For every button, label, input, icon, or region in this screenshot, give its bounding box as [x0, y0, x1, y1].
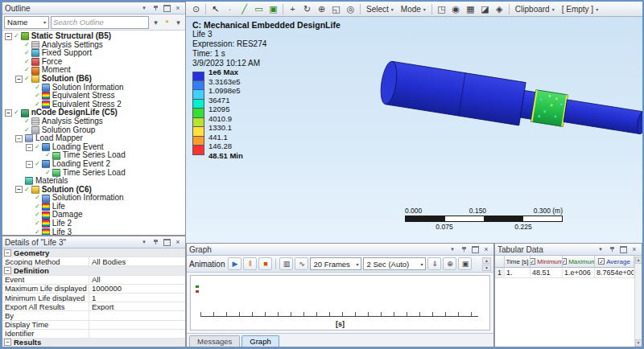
- details-value[interactable]: All Bodies: [89, 257, 185, 265]
- menu-icon[interactable]: [139, 238, 149, 247]
- search-options-icon[interactable]: ▾: [151, 16, 161, 29]
- rotate-icon[interactable]: ↻: [300, 2, 314, 15]
- column-header-minimum[interactable]: ✓Minimum: [530, 256, 563, 267]
- select-dropdown[interactable]: Select▾: [363, 2, 397, 15]
- details-value[interactable]: All: [89, 276, 185, 284]
- play-icon[interactable]: ▶: [228, 257, 242, 270]
- details-value[interactable]: [89, 311, 185, 319]
- close-icon[interactable]: [481, 245, 491, 254]
- filter-flower-icon[interactable]: *: [162, 16, 172, 29]
- checkbox-maximum[interactable]: ✓: [563, 258, 567, 265]
- time-column-header[interactable]: Time [s]: [505, 256, 530, 267]
- pause-icon[interactable]: ‖: [243, 257, 257, 270]
- close-icon[interactable]: [173, 4, 183, 13]
- export-video-icon[interactable]: ⇓: [427, 257, 441, 270]
- details-value[interactable]: 1000000: [89, 285, 185, 293]
- details-section-geometry[interactable]: −Geometry: [2, 248, 185, 257]
- name-filter-select[interactable]: Name ▾: [4, 16, 49, 29]
- zoom-in-icon[interactable]: ⊕: [315, 2, 328, 15]
- details-value[interactable]: Export: [89, 302, 185, 310]
- value-cell[interactable]: 8.7654e+005: [595, 268, 634, 277]
- fit-view-icon[interactable]: ◎: [344, 2, 357, 15]
- checkbox-average[interactable]: ✓: [598, 258, 605, 265]
- pan-icon[interactable]: +: [286, 2, 299, 15]
- probe-zoom-icon[interactable]: ⊙: [189, 2, 203, 15]
- menu-icon[interactable]: [448, 245, 457, 254]
- collapse-icon[interactable]: −: [4, 339, 11, 346]
- look-at-icon[interactable]: ◉: [449, 2, 463, 15]
- collapse-icon[interactable]: −: [5, 33, 12, 40]
- collapse-icon[interactable]: −: [15, 186, 23, 193]
- time-cell[interactable]: 1.: [505, 268, 530, 277]
- column-header-maximum[interactable]: ✓Maximum: [563, 256, 595, 267]
- body-select-icon[interactable]: ▣: [266, 2, 280, 15]
- value-cell[interactable]: 1.e+006: [563, 268, 595, 277]
- result-sets-icon[interactable]: ∿: [295, 257, 308, 270]
- viewport-3d[interactable]: C: Mechanical Embedded DesignLifeLife 3E…: [186, 17, 642, 243]
- tree-item-damage[interactable]: ✓Damage: [2, 211, 185, 220]
- details-section-results[interactable]: −Results: [2, 339, 185, 347]
- float-icon[interactable]: [618, 245, 628, 254]
- details-value[interactable]: [89, 330, 185, 338]
- menu-icon[interactable]: [596, 245, 605, 254]
- iso-view-icon[interactable]: ◳: [435, 2, 448, 15]
- pin-icon[interactable]: [459, 245, 469, 254]
- tree-item-life-3[interactable]: ✓Life 3: [2, 228, 185, 235]
- section-plane-icon[interactable]: ◪: [478, 2, 492, 15]
- menu-icon[interactable]: [139, 4, 149, 13]
- tree-item-solution-group[interactable]: ✓Solution Group: [2, 126, 185, 135]
- snapshot-icon[interactable]: ▣: [458, 257, 472, 270]
- tree-item-analysis-settings[interactable]: ✓Analysis Settings: [2, 41, 185, 50]
- clipboard-dropdown[interactable]: Clipboard▾: [512, 2, 558, 15]
- vertex-select-icon[interactable]: ∙: [223, 2, 237, 15]
- tree-item-life[interactable]: ✓Life: [2, 203, 185, 211]
- zoom-graph-icon[interactable]: ⊕: [443, 257, 456, 270]
- outline-search-input[interactable]: [53, 18, 147, 27]
- float-icon[interactable]: [162, 4, 171, 13]
- stop-icon[interactable]: ■: [258, 257, 272, 270]
- details-section-definition[interactable]: −Definition: [2, 266, 185, 275]
- tree-item-solution-b6[interactable]: −✓Solution (B6): [2, 75, 185, 84]
- face-select-icon[interactable]: ▭: [252, 2, 266, 15]
- wireframe-icon[interactable]: ▦: [464, 2, 477, 15]
- value-cell[interactable]: 48.51: [530, 268, 563, 277]
- tree-item-loading-event-2[interactable]: −✓Loading Event 2: [2, 160, 185, 169]
- filter-options-icon[interactable]: ▾: [173, 16, 184, 29]
- frames-select[interactable]: 20 Frames ▾: [310, 257, 361, 270]
- float-icon[interactable]: [162, 238, 171, 247]
- checkbox-minimum[interactable]: ✓: [530, 258, 535, 265]
- tab-graph[interactable]: Graph: [242, 335, 279, 347]
- scroll-up-icon[interactable]: ▲: [482, 257, 491, 264]
- tab-messages[interactable]: Messages: [189, 335, 240, 347]
- pin-icon[interactable]: [607, 245, 617, 254]
- collapse-icon[interactable]: −: [5, 109, 12, 117]
- scroll-down-icon[interactable]: ▼: [635, 339, 642, 347]
- tree-item-life-2[interactable]: ✓Life 2: [2, 220, 185, 228]
- graph-chart[interactable]: [s]: [190, 275, 490, 331]
- tree-item-solution-information[interactable]: ✓Solution Information: [2, 194, 185, 203]
- tree-item-analysis-settings[interactable]: ✓Analysis Settings: [2, 117, 185, 126]
- scroll-up-icon[interactable]: ▲: [635, 257, 642, 264]
- tree-item-fixed-support[interactable]: ✓Fixed Support: [2, 49, 185, 58]
- details-value[interactable]: [89, 321, 185, 329]
- collapse-icon[interactable]: −: [15, 135, 23, 142]
- scroll-down-icon[interactable]: ▼: [482, 265, 491, 271]
- collapse-icon[interactable]: −: [26, 161, 33, 168]
- collapse-icon[interactable]: −: [26, 144, 33, 151]
- tree-item-materials[interactable]: Materials: [2, 177, 185, 186]
- details-value[interactable]: 1: [89, 294, 185, 302]
- collapse-icon[interactable]: −: [4, 249, 11, 257]
- coordinate-system-icon[interactable]: ◈: [493, 2, 506, 15]
- tree-item-moment[interactable]: ✓Moment: [2, 66, 185, 75]
- collapse-icon[interactable]: −: [4, 267, 11, 274]
- pin-icon[interactable]: [151, 238, 160, 247]
- close-icon[interactable]: [173, 238, 183, 247]
- close-icon[interactable]: [630, 245, 639, 254]
- tabular-scrollbar[interactable]: ▲ ▼: [634, 257, 642, 347]
- tree-item-static-structural-b5[interactable]: −✓Static Structural (B5): [2, 32, 185, 41]
- float-icon[interactable]: [470, 245, 480, 254]
- zoom-box-icon[interactable]: ◱: [329, 2, 343, 15]
- collapse-icon[interactable]: −: [15, 76, 23, 83]
- update-contours-icon[interactable]: ▥: [279, 257, 293, 270]
- tree-item-force[interactable]: ✓Force: [2, 58, 185, 67]
